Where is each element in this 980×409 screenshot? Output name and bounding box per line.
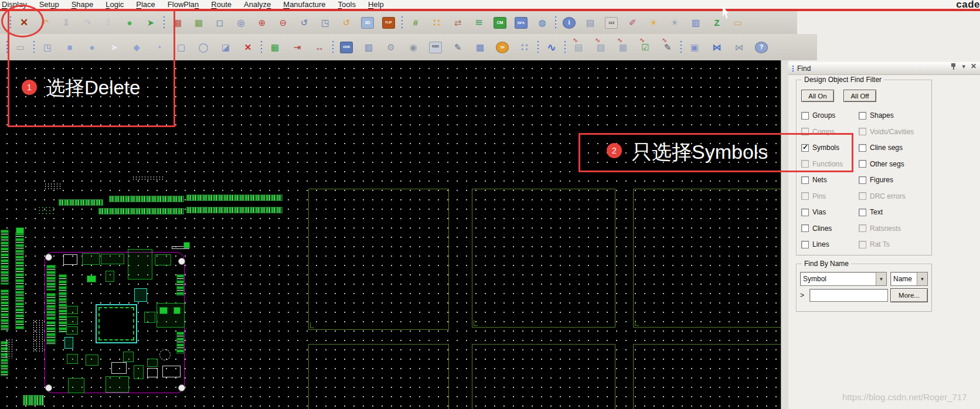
copy-view-icon[interactable]: ▣ <box>687 40 702 55</box>
zoom-fit-icon[interactable]: ◳ <box>318 15 333 30</box>
check-notes-icon[interactable]: ☑ <box>638 40 653 55</box>
menu-flowplan[interactable]: FlowPlan <box>168 0 199 9</box>
checkbox[interactable] <box>801 112 809 120</box>
symbol-outline-rect[interactable] <box>308 344 449 409</box>
filter-checkbox-other-segs[interactable]: Other segs <box>859 159 904 169</box>
filter-checkbox-figures[interactable]: Figures <box>859 175 893 185</box>
zoom-rect-icon[interactable]: ◻ <box>212 15 227 30</box>
brush-icon[interactable]: ✐ <box>625 15 640 30</box>
measure-to-icon[interactable]: ⇥ <box>290 40 305 55</box>
odb-export-icon[interactable]: ODB <box>339 40 354 55</box>
all-on-button[interactable]: All On <box>801 90 834 102</box>
more-button[interactable]: More... <box>890 288 928 302</box>
circle-outline-icon[interactable]: ◯ <box>196 40 211 55</box>
filter-checkbox-nets[interactable]: Nets <box>801 175 827 185</box>
tools-wrench-icon[interactable]: ⚙ <box>383 40 399 55</box>
menu-setup[interactable]: Setup <box>39 0 59 9</box>
bowtie-filled-icon[interactable]: ⋈ <box>709 40 724 55</box>
view-3d-icon[interactable]: 3D <box>360 15 375 30</box>
zoom-out-icon[interactable]: ⊖ <box>275 15 291 30</box>
swap-refdes-icon[interactable]: R1R2 <box>428 40 443 55</box>
checkbox[interactable] <box>859 144 866 152</box>
menu-route[interactable]: Route <box>211 0 232 9</box>
help-icon[interactable]: ? <box>754 40 769 55</box>
symbol-outline-rect[interactable] <box>633 344 781 409</box>
menu-manufacture[interactable]: Manufacture <box>283 0 325 9</box>
bowtie-outline-icon[interactable]: ⋈ <box>731 40 747 55</box>
symbol-outline-rect[interactable] <box>472 189 615 328</box>
close-icon[interactable]: ✕ <box>971 63 976 70</box>
dfa-icon[interactable]: DFA <box>513 15 529 30</box>
grid-icon[interactable]: ▦ <box>191 15 206 30</box>
guide-book-icon[interactable]: ▧ <box>593 40 608 55</box>
cm-icon[interactable]: CM <box>492 15 508 30</box>
all-off-button[interactable]: All Off <box>843 90 876 102</box>
filter-checkbox-cline-segs[interactable]: Cline segs <box>859 143 903 152</box>
matrix-icon[interactable]: ▩ <box>472 40 488 55</box>
pcb-component <box>176 274 184 296</box>
menu-logic[interactable]: Logic <box>106 0 124 9</box>
flip-icon[interactable]: FLIP <box>381 15 396 30</box>
note-icon[interactable]: ✎ <box>450 40 465 55</box>
world-grid-icon[interactable]: ◍ <box>535 15 550 30</box>
redo-view-icon[interactable]: ↺ <box>339 15 354 30</box>
measure-123-icon[interactable]: 123 <box>604 15 619 30</box>
symbol-outline-rect[interactable] <box>308 189 449 330</box>
filter-checkbox-shapes[interactable]: Shapes <box>859 111 894 120</box>
checkbox[interactable] <box>801 209 809 216</box>
board-green-icon[interactable]: ▦ <box>267 40 283 55</box>
checkbox[interactable] <box>801 241 809 248</box>
menu-shape[interactable]: Shape <box>72 0 94 9</box>
swap-icon[interactable]: ⇄ <box>450 15 465 30</box>
checkbox[interactable] <box>859 209 866 216</box>
checkbox[interactable] <box>859 112 866 120</box>
dehighlight-icon[interactable]: ☀ <box>667 15 682 30</box>
filter-checkbox-text[interactable]: Text <box>859 207 883 217</box>
film-layers-icon[interactable]: ▥ <box>361 40 376 55</box>
filter-checkbox-clines[interactable]: Clines <box>801 224 832 233</box>
chevron-down-icon[interactable]: ▼ <box>917 272 927 285</box>
zoom-prev-icon[interactable]: ↺ <box>297 15 312 30</box>
measure-span-icon[interactable]: ↔ <box>312 40 327 55</box>
chevron-down-icon[interactable]: ▼ <box>876 272 886 285</box>
filter-checkbox-lines[interactable]: Lines <box>801 240 829 249</box>
collapse-icon[interactable]: ▾ <box>962 63 965 70</box>
delete-vertex-icon[interactable]: ✕ <box>240 40 256 55</box>
symbol-outline-rect[interactable] <box>633 189 781 328</box>
checkbox[interactable] <box>859 176 866 184</box>
checkbox[interactable] <box>859 160 866 168</box>
probe-pen-icon[interactable]: ✎ <box>660 40 675 55</box>
properties-icon[interactable]: ▤ <box>583 15 598 30</box>
color-swatches-icon[interactable]: ∷ <box>429 15 444 30</box>
menu-place[interactable]: Place <box>136 0 155 9</box>
report-doc-icon[interactable]: ▤ <box>571 40 586 55</box>
bars-icon[interactable]: ▥ <box>688 15 703 30</box>
highlight-icon[interactable]: ☀ <box>646 15 661 30</box>
testprep-icon[interactable]: TP <box>495 40 510 55</box>
filter-checkbox-vias[interactable]: Vias <box>801 207 826 217</box>
layers-stack-icon[interactable]: ≋ <box>471 15 486 30</box>
rect-outline-icon[interactable]: ▢ <box>173 40 189 55</box>
pin-icon[interactable] <box>950 62 957 70</box>
find-by-mode-select[interactable]: Name ▼ <box>890 272 928 286</box>
menu-help[interactable]: Help <box>368 0 384 9</box>
symbol-outline-rect[interactable] <box>472 344 615 409</box>
find-name-input[interactable] <box>809 289 888 302</box>
array-icon[interactable]: ∷ <box>517 40 532 55</box>
board-report-icon[interactable]: ▦ <box>615 40 631 55</box>
net-schedule-icon[interactable]: ∿ <box>544 40 559 55</box>
grid-toggle-icon[interactable]: # <box>408 15 423 30</box>
checkbox[interactable] <box>801 176 809 184</box>
fixture-icon[interactable]: ▭ <box>730 15 746 30</box>
checkbox[interactable] <box>801 224 809 232</box>
waive-icon[interactable]: Z <box>709 15 724 30</box>
zoom-sel-icon[interactable]: ◎ <box>233 15 249 30</box>
snapshot-camera-icon[interactable]: ◉ <box>406 40 421 55</box>
menu-tools[interactable]: Tools <box>338 0 356 9</box>
find-by-type-select[interactable]: Symbol ▼ <box>800 272 887 286</box>
menu-analyze[interactable]: Analyze <box>244 0 271 9</box>
info-icon[interactable]: i <box>562 15 577 30</box>
zoom-in-icon[interactable]: ⊕ <box>254 15 270 30</box>
shape-half-icon[interactable]: ◪ <box>218 40 233 55</box>
filter-checkbox-groups[interactable]: Groups <box>801 111 835 120</box>
